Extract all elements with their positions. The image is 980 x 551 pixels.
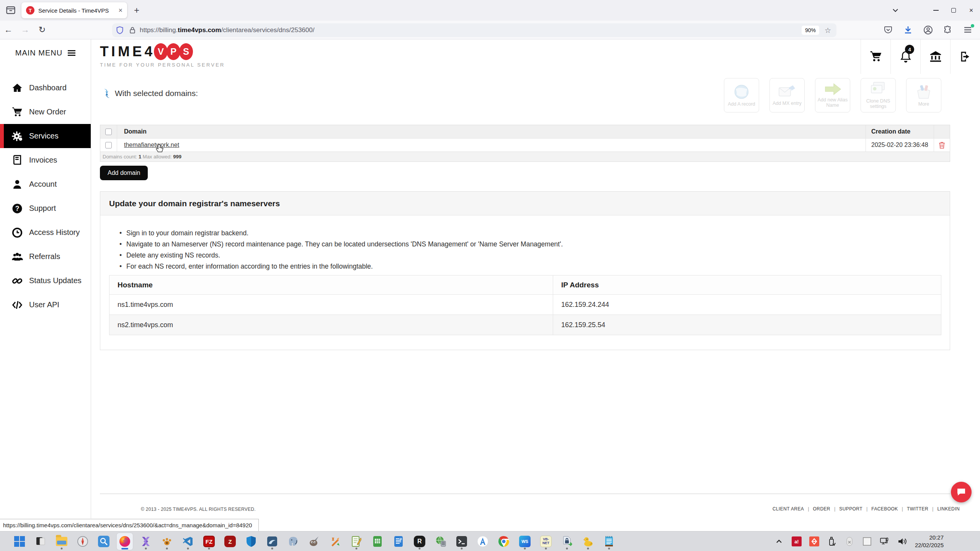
account-icon[interactable] bbox=[923, 25, 933, 35]
row-checkbox[interactable] bbox=[105, 142, 112, 148]
tray-chevron-icon[interactable] bbox=[774, 536, 784, 546]
sync-lock-button[interactable] bbox=[559, 533, 575, 550]
footer-link-client-area[interactable]: CLIENT AREA bbox=[773, 506, 804, 512]
sidebar-item-services[interactable]: Services bbox=[0, 124, 91, 148]
tools-app-button[interactable] bbox=[327, 533, 343, 550]
taskbar-clock[interactable]: 20:27 22/02/2025 bbox=[915, 534, 944, 549]
filezilla-server-button[interactable]: Z bbox=[222, 533, 238, 550]
reload-icon[interactable]: ↻ bbox=[34, 25, 51, 35]
url-bar[interactable]: https://billing.time4vps.com/clientarea/… bbox=[112, 23, 836, 37]
terminal-icon bbox=[456, 536, 467, 547]
footer-link-order[interactable]: ORDER bbox=[813, 506, 830, 512]
user-icon bbox=[11, 179, 23, 190]
bookmark-star-icon[interactable]: ☆ bbox=[825, 26, 831, 35]
footer-link-twitter[interactable]: TWITTER bbox=[907, 506, 928, 512]
document-app-button[interactable] bbox=[390, 533, 407, 550]
filezilla-button[interactable]: FZ bbox=[201, 533, 217, 550]
postgresql-button[interactable] bbox=[285, 533, 301, 550]
footer-link-support[interactable]: SUPPORT bbox=[839, 506, 862, 512]
webstorm-button[interactable]: WS bbox=[517, 533, 533, 550]
delete-trash-icon[interactable] bbox=[939, 142, 945, 149]
mouse-tray-icon[interactable] bbox=[844, 536, 854, 546]
designer-a-button[interactable] bbox=[475, 533, 491, 550]
logo-letter-v: V bbox=[154, 43, 168, 60]
extensions-puzzle-icon[interactable] bbox=[943, 25, 953, 35]
notes-editor-button[interactable] bbox=[348, 533, 364, 550]
footer-link-facebook[interactable]: FACEBOOK bbox=[871, 506, 898, 512]
paw-app-button[interactable] bbox=[159, 533, 175, 550]
sidebar-item-account[interactable]: Account bbox=[0, 172, 91, 196]
search-app-button[interactable] bbox=[96, 533, 112, 550]
sidebar-item-support[interactable]: ? Support bbox=[0, 196, 91, 220]
volume-tray-icon[interactable] bbox=[897, 536, 907, 546]
tab-overflow-chevron-icon[interactable] bbox=[887, 0, 904, 21]
windows-security-button[interactable] bbox=[243, 533, 259, 550]
task-view-button[interactable] bbox=[33, 533, 49, 550]
zoom-level-button[interactable]: 90% bbox=[802, 26, 819, 35]
add-domain-button[interactable]: Add domain bbox=[100, 166, 148, 180]
time4vps-logo[interactable]: TIME4 V P S TIME FOR YOUR PERSONAL SERVE… bbox=[100, 43, 225, 68]
mremoteng-button[interactable]: R bbox=[412, 533, 428, 550]
sidebar-collapse-icon[interactable] bbox=[68, 49, 75, 57]
minimize-button[interactable] bbox=[927, 0, 945, 21]
back-icon[interactable]: ← bbox=[0, 25, 17, 35]
sidebar-item-invoices[interactable]: Invoices bbox=[0, 148, 91, 172]
notepad-blue-button[interactable] bbox=[601, 533, 617, 550]
select-all-checkbox[interactable] bbox=[105, 129, 112, 135]
mysql-workbench-button[interactable] bbox=[264, 533, 280, 550]
footer-link-linkedin[interactable]: LINKEDIN bbox=[937, 506, 960, 512]
notifications-button[interactable]: 4 bbox=[890, 39, 920, 74]
more-actions-button[interactable]: More bbox=[906, 78, 941, 112]
add-a-record-button[interactable]: Add A record bbox=[724, 78, 759, 112]
tracking-shield-icon[interactable] bbox=[116, 26, 124, 34]
listary-tray-icon[interactable] bbox=[809, 536, 819, 546]
chat-widget-button[interactable] bbox=[951, 482, 972, 502]
sidebar-item-access-history[interactable]: Access History bbox=[0, 220, 91, 245]
file-explorer-button[interactable] bbox=[54, 533, 70, 550]
add-alias-button[interactable]: Add new Alias Name bbox=[815, 78, 850, 112]
browser-tab[interactable]: T Service Details - Time4VPS × bbox=[21, 2, 127, 18]
add-mx-entry-button[interactable]: Add MX entry bbox=[769, 78, 805, 112]
forward-icon[interactable]: → bbox=[17, 25, 34, 35]
close-window-button[interactable]: × bbox=[962, 0, 980, 21]
sidebar-item-user-api[interactable]: User API bbox=[0, 293, 91, 317]
terminal-button[interactable] bbox=[454, 533, 470, 550]
maximize-button[interactable] bbox=[945, 0, 962, 21]
new-tab-button[interactable]: + bbox=[134, 5, 139, 15]
spreadsheet-app-button[interactable] bbox=[369, 533, 385, 550]
sidebar-item-new-order[interactable]: New Order bbox=[0, 100, 91, 124]
square-tray-icon[interactable] bbox=[862, 536, 872, 546]
firefox-button[interactable] bbox=[117, 533, 133, 550]
gimp-button[interactable] bbox=[306, 533, 322, 550]
cart-button[interactable] bbox=[861, 39, 890, 74]
tab-list-icon[interactable] bbox=[5, 5, 17, 16]
menu-hamburger-icon[interactable] bbox=[963, 25, 973, 35]
mobaxterm-button[interactable] bbox=[138, 533, 154, 550]
clock-time: 20:27 bbox=[915, 534, 944, 541]
tab-close-icon[interactable]: × bbox=[118, 7, 122, 15]
sidebar-item-referrals[interactable]: Referrals bbox=[0, 245, 91, 269]
server-globe-button[interactable] bbox=[433, 533, 449, 550]
sidebar-item-status-updates[interactable]: Status Updates bbox=[0, 269, 91, 293]
sidebar-item-dashboard[interactable]: Dashboard bbox=[0, 76, 91, 100]
cyberduck-button[interactable] bbox=[580, 533, 596, 550]
clone-dns-button[interactable]: Clone DNS settings bbox=[861, 78, 896, 112]
start-button[interactable] bbox=[11, 533, 28, 550]
mremoteng-icon: R bbox=[414, 536, 425, 547]
chrome-button[interactable] bbox=[496, 533, 512, 550]
clock-date: 22/02/2025 bbox=[915, 541, 944, 549]
hostname-value: ns2.time4vps.com bbox=[109, 315, 553, 335]
amd-tray-icon[interactable]: a! bbox=[792, 536, 802, 546]
usb-tray-icon[interactable] bbox=[827, 536, 837, 546]
download-icon[interactable] bbox=[903, 25, 913, 35]
billing-button[interactable] bbox=[920, 39, 950, 74]
pocket-icon[interactable] bbox=[884, 25, 893, 35]
logout-button[interactable] bbox=[950, 39, 980, 74]
vscode-button[interactable] bbox=[180, 533, 196, 550]
network-tray-icon[interactable] bbox=[880, 536, 890, 546]
browser-compass-button[interactable] bbox=[75, 533, 91, 550]
lock-icon[interactable] bbox=[129, 26, 136, 34]
windows-taskbar: FZ Z R bbox=[0, 531, 980, 551]
domain-link[interactable]: themafianetwork.net bbox=[124, 142, 179, 148]
vbnet-button[interactable]: VB-NET bbox=[538, 533, 554, 550]
